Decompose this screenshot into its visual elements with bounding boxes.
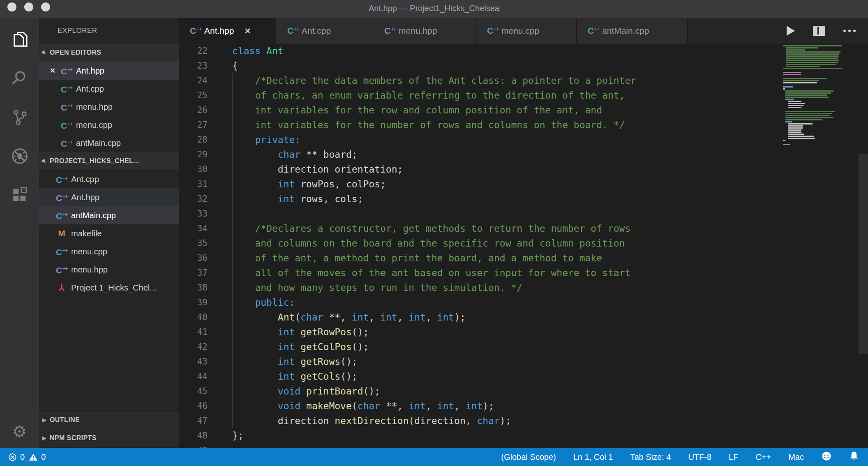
tab-menu.hpp[interactable]: C++menu.hpp (373, 18, 476, 44)
code-editor[interactable]: 22class Ant23{24 /*Declare the data memb… (179, 44, 868, 448)
code-text: int variables for the number of rows and… (232, 118, 625, 132)
more-actions-icon[interactable] (843, 30, 856, 32)
pdf-file-icon: ⅄ (55, 279, 69, 297)
code-line-26[interactable]: 26 int variables for the row and column … (179, 103, 868, 118)
search-icon[interactable] (0, 65, 39, 91)
code-line-49[interactable]: 49 (179, 443, 868, 448)
code-line-43[interactable]: 43 int getRows(); (179, 354, 868, 369)
code-text: { (232, 58, 238, 73)
project-folder-header[interactable]: ▶ PROJECT1_HICKS_CHEL... (39, 152, 179, 170)
extensions-icon[interactable] (0, 182, 39, 208)
line-number: 47 (179, 413, 208, 428)
tree-item-menu-hpp[interactable]: C++menu.hpp (39, 261, 179, 279)
tree-item-makefile[interactable]: Mmakefile (39, 224, 179, 242)
line-number: 29 (179, 147, 208, 162)
line-number: 44 (179, 369, 208, 384)
debug-icon[interactable] (0, 143, 39, 169)
status-bar: 0 0 (Global Scope)Ln 1, Col 1Tab Size: 4… (0, 448, 868, 466)
code-line-46[interactable]: 46 void makeMove(char **, int, int, int)… (179, 399, 868, 413)
open-editor-item-Ant.hpp[interactable]: ×C++Ant.hpp (39, 62, 179, 80)
error-count: 0 (20, 452, 25, 462)
tab-label: menu.hpp (399, 26, 437, 36)
problems-summary[interactable]: 0 0 (0, 452, 46, 462)
tab-Ant.hpp[interactable]: C++Ant.hpp× (179, 18, 276, 44)
code-line-23[interactable]: 23{ (179, 58, 868, 73)
activity-bar: ⚙ (0, 18, 39, 448)
code-line-24[interactable]: 24 /*Declare the data members of the Ant… (179, 73, 868, 88)
tree-item-Ant-hpp[interactable]: C++Ant.hpp (39, 188, 179, 206)
section-header-npm-scripts[interactable]: ▶NPM SCRIPTS (39, 429, 179, 447)
titlebar: Ant.hpp — Project1_Hicks_Chelsea (0, 0, 868, 18)
code-text: int getRowPos(); (232, 325, 369, 339)
open-editor-label: Ant.hpp (76, 62, 104, 80)
vertical-scrollbar[interactable] (859, 154, 868, 354)
open-editors-header[interactable]: ▶ OPEN EDITORS (39, 44, 179, 62)
code-text: of the ant, a method to print the board,… (232, 251, 602, 265)
code-text: and columns on the board and the specifi… (232, 236, 625, 251)
code-line-37[interactable]: 37 all of the moves of the ant based on … (179, 265, 868, 280)
code-line-45[interactable]: 45 void printBoard(); (179, 384, 868, 399)
open-editor-item-Ant.cpp[interactable]: C++Ant.cpp (39, 80, 179, 98)
source-control-icon[interactable] (0, 104, 39, 130)
code-line-41[interactable]: 41 int getRowPos(); (179, 325, 868, 339)
code-text: direction orientation; (232, 162, 403, 177)
code-line-32[interactable]: 32 int rows, cols; (179, 191, 868, 206)
close-editor-icon[interactable]: × (46, 62, 60, 80)
feedback-smiley-icon[interactable] (821, 451, 832, 464)
open-editor-item-menu.cpp[interactable]: C++menu.cpp (39, 116, 179, 134)
code-line-25[interactable]: 25 of chars, an enum variable referring … (179, 88, 868, 103)
tab-Ant.cpp[interactable]: C++Ant.cpp (276, 18, 373, 44)
code-text: void printBoard(); (232, 384, 380, 399)
code-line-22[interactable]: 22class Ant (179, 44, 868, 58)
code-line-47[interactable]: 47 direction nextDirection(direction, ch… (179, 413, 868, 428)
status-item-c++[interactable]: C++ (755, 452, 771, 462)
cpp-file-icon: C++ (60, 133, 74, 153)
code-line-31[interactable]: 31 int rowPos, colPos; (179, 177, 868, 191)
code-line-38[interactable]: 38 and how many steps to run in the simu… (179, 280, 868, 295)
tree-item-menu-cpp[interactable]: C++menu.cpp (39, 242, 179, 261)
tree-item-antMain-cpp[interactable]: C++antMain.cpp (39, 206, 179, 224)
tab-antMain.cpp[interactable]: C++antMain.cpp (577, 18, 688, 44)
line-number: 39 (179, 295, 208, 310)
status-item--global-scope-[interactable]: (Global Scope) (501, 452, 556, 462)
minimap[interactable] (783, 45, 849, 146)
tab-menu.cpp[interactable]: C++menu.cpp (476, 18, 577, 44)
line-number: 34 (179, 221, 208, 236)
code-line-28[interactable]: 28 private: (179, 132, 868, 147)
run-icon[interactable] (787, 26, 795, 36)
code-line-34[interactable]: 34 /*Declares a constructor, get methods… (179, 221, 868, 236)
code-line-35[interactable]: 35 and columns on the board and the spec… (179, 236, 868, 251)
settings-gear-icon[interactable]: ⚙ (0, 418, 39, 445)
tree-item-label: Ant.hpp (71, 188, 99, 206)
error-icon (8, 453, 17, 461)
open-editor-item-menu.hpp[interactable]: C++menu.hpp (39, 98, 179, 116)
code-line-33[interactable]: 33 (179, 206, 868, 221)
code-line-29[interactable]: 29 char ** board; (179, 147, 868, 162)
code-line-40[interactable]: 40 Ant(char **, int, int, int, int); (179, 310, 868, 325)
tab-bar: C++Ant.hpp×C++Ant.cppC++menu.hppC++menu.… (179, 18, 868, 44)
code-line-39[interactable]: 39 public: (179, 295, 868, 310)
status-item-utf-8[interactable]: UTF-8 (688, 452, 711, 462)
section-header-outline[interactable]: ▶OUTLINE (39, 411, 179, 429)
sidebar-bottom-sections: ▶OUTLINE▶NPM SCRIPTS (39, 411, 179, 447)
code-text: private: (232, 132, 300, 147)
code-line-30[interactable]: 30 direction orientation; (179, 162, 868, 177)
explorer-icon[interactable] (0, 26, 39, 52)
code-line-27[interactable]: 27 int variables for the number of rows … (179, 118, 868, 132)
cpp-file-icon: C++ (60, 61, 74, 81)
code-line-42[interactable]: 42 int getColPos(); (179, 339, 868, 354)
close-tab-icon[interactable]: × (245, 25, 250, 37)
code-line-36[interactable]: 36 of the ant, a method to print the boa… (179, 251, 868, 265)
tree-item-Ant-cpp[interactable]: C++Ant.cpp (39, 170, 179, 188)
status-item-lf[interactable]: LF (729, 452, 738, 462)
notifications-bell-icon[interactable] (849, 451, 859, 464)
open-editor-item-antMain.cpp[interactable]: C++antMain.cpp (39, 134, 179, 152)
code-line-48[interactable]: 48}; (179, 428, 868, 443)
status-item-tab-size-4[interactable]: Tab Size: 4 (630, 452, 671, 462)
split-editor-icon[interactable] (813, 26, 825, 36)
status-item-ln-1-col-1[interactable]: Ln 1, Col 1 (573, 452, 613, 462)
status-item-mac[interactable]: Mac (788, 452, 804, 462)
code-line-44[interactable]: 44 int getCols(); (179, 369, 868, 384)
code-text: direction nextDirection(direction, char)… (232, 413, 511, 428)
tree-item-Project-1-Hicks-Chel-[interactable]: ⅄Project 1_Hicks_Chel... (39, 279, 179, 297)
